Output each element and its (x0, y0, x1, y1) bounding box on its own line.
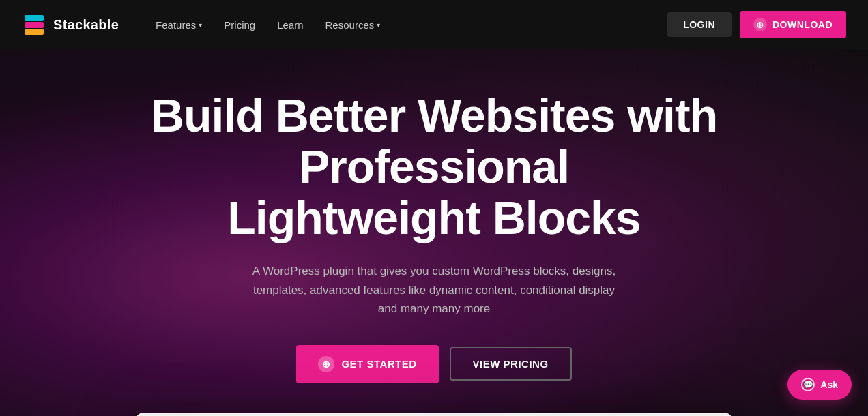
navigation: Stackable Features ▾ Pricing Learn Resou… (0, 0, 868, 49)
features-chevron-icon: ▾ (199, 21, 202, 29)
get-started-button[interactable]: ⊕ GET STARTED (296, 345, 438, 383)
nav-links: Features ▾ Pricing Learn Resources ▾ (146, 14, 667, 36)
editor-preview: ⊕ + ✏ ↩ ↪ ☰ S̶ S Design Library Save dr (93, 413, 775, 416)
download-button[interactable]: ⊕ DOWNLOAD (740, 11, 846, 38)
svg-rect-2 (25, 22, 44, 28)
nav-pricing[interactable]: Pricing (214, 14, 265, 36)
hero-content: Build Better Websites with Professional … (59, 49, 809, 416)
resources-chevron-icon: ▾ (377, 21, 380, 29)
wp-icon-get-started: ⊕ (318, 356, 334, 372)
editor-toolbar: ⊕ + ✏ ↩ ↪ ☰ S̶ S Design Library Save dr (136, 413, 732, 416)
nav-features[interactable]: Features ▾ (146, 14, 212, 36)
logo-link[interactable]: Stackable (22, 12, 119, 37)
nav-learn[interactable]: Learn (267, 14, 313, 36)
nav-actions: LOGIN ⊕ DOWNLOAD (667, 11, 846, 38)
svg-rect-1 (25, 15, 44, 21)
svg-rect-3 (25, 29, 44, 35)
chat-icon: 💬 (801, 378, 815, 391)
login-button[interactable]: LOGIN (667, 12, 732, 37)
hero-section: Build Better Websites with Professional … (0, 49, 868, 416)
hero-buttons: ⊕ GET STARTED VIEW PRICING (81, 345, 787, 383)
editor-window: ⊕ + ✏ ↩ ↪ ☰ S̶ S Design Library Save dr (136, 413, 732, 416)
chat-button[interactable]: 💬 Ask (787, 370, 852, 400)
view-pricing-button[interactable]: VIEW PRICING (450, 347, 572, 381)
stackable-logo-icon (22, 12, 46, 37)
brand-name: Stackable (53, 17, 119, 33)
hero-subtitle: A WordPress plugin that gives you custom… (243, 262, 625, 318)
wp-icon: ⊕ (753, 18, 767, 31)
hero-title: Build Better Websites with Professional … (81, 90, 787, 243)
nav-resources[interactable]: Resources ▾ (316, 14, 390, 36)
